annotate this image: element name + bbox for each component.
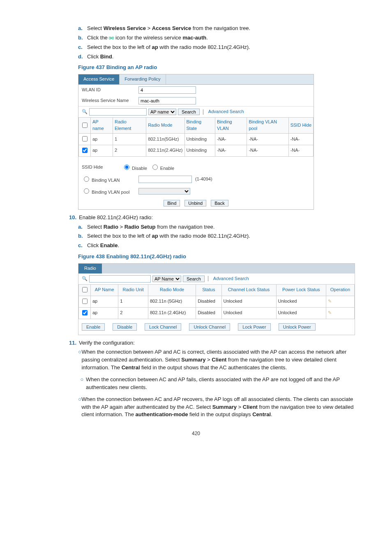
step10-substeps: a. Select Radio > Radio Setup from the n… [78, 223, 359, 250]
row-checkbox[interactable] [82, 310, 88, 315]
lock-power-button[interactable]: Lock Power [238, 323, 270, 331]
bullet-text: When the connection between AC and AP re… [81, 396, 359, 419]
search-input[interactable] [89, 275, 151, 283]
back-button[interactable]: Back [211, 200, 228, 206]
ap-table: AP name Radio Element Radio Mode Binding… [78, 117, 314, 157]
binding-vlan-pool-radio[interactable]: Binding VLAN pool [82, 187, 135, 196]
marker: b. [78, 34, 87, 42]
separator [203, 109, 203, 115]
figure-437: Access Service Forwarding Policy WLAN ID… [78, 74, 314, 209]
marker: d. [78, 53, 87, 61]
bullet-text: When the connection between AP and AC is… [81, 348, 359, 372]
step-number: 10. [63, 214, 79, 222]
search-input[interactable] [89, 108, 147, 116]
radio-table: AP Name Radio Unit Radio Mode Status Cha… [78, 284, 355, 319]
binding-vlan-pool-select[interactable] [138, 188, 190, 195]
col-apname[interactable]: AP Name [91, 284, 118, 296]
search-button[interactable]: Search [178, 109, 200, 115]
text: Select Wireless Service > Access Service… [87, 25, 250, 32]
tabs: Access Service Forwarding Policy [78, 74, 314, 85]
ssid-hide-label: SSID Hide [82, 164, 119, 171]
page-number: 420 [33, 430, 359, 437]
text: Select Radio > Radio Setup from the navi… [87, 223, 214, 231]
button-bar: Bind Unbind Back [78, 197, 314, 209]
search-icon: 🔍 [82, 109, 88, 115]
col-binding-state[interactable]: Binding State [184, 118, 215, 134]
enable-button[interactable]: Enable [82, 323, 105, 331]
marker: c. [78, 242, 87, 250]
table-row: ap 1 802.11n(5GHz) Unbinding -NA- -NA- -… [79, 134, 314, 145]
edit-icon[interactable]: ✎ [326, 307, 354, 319]
link-icon [109, 36, 114, 40]
svcname-input[interactable] [138, 97, 196, 104]
select-all-checkbox[interactable] [82, 123, 88, 128]
text: Select the box to the left of ap with th… [87, 232, 250, 240]
unlock-channel-button[interactable]: Unlock Channel [189, 323, 230, 331]
figure-caption-438: Figure 438 Enabling 802.11n(2.4GHz) radi… [78, 253, 359, 261]
row-checkbox[interactable] [82, 136, 88, 141]
separator [208, 276, 208, 281]
tab-access-service[interactable]: Access Service [78, 74, 120, 84]
col-radio-mode[interactable]: Radio Mode [148, 284, 196, 296]
figure-caption-437: Figure 437 Binding an AP radio [78, 64, 359, 72]
figure-438: Radio 🔍 AP Name Search Advanced Search A… [78, 263, 355, 335]
step-text: Enable 802.11n(2.4GHz) radio: [79, 214, 153, 222]
advanced-search-link[interactable]: Advanced Search [213, 276, 249, 282]
step-number: 11. [63, 339, 79, 347]
tab-forwarding-policy[interactable]: Forwarding Policy [120, 74, 166, 84]
search-icon: 🔍 [82, 276, 88, 282]
col-radio-element[interactable]: Radio Element [113, 118, 146, 134]
col-channel-lock[interactable]: Channel Lock Status [221, 284, 276, 296]
col-status[interactable]: Status [196, 284, 221, 296]
marker: c. [78, 44, 87, 51]
select-all-checkbox[interactable] [82, 287, 88, 292]
col-power-lock[interactable]: Power Lock Status [276, 284, 326, 296]
col-operation[interactable]: Operation [326, 284, 354, 296]
tab-radio[interactable]: Radio [78, 264, 102, 273]
col-radio-unit[interactable]: Radio Unit [118, 284, 148, 296]
col-apname[interactable]: AP name [91, 118, 113, 134]
lock-channel-button[interactable]: Lock Channel [145, 323, 181, 331]
step-11: 11. Verify the configuration: [63, 339, 359, 347]
search-field-select[interactable]: AP name [148, 109, 176, 115]
text: Click the icon for the wireless service … [87, 34, 208, 42]
binding-vlan-radio[interactable]: Binding VLAN [82, 175, 135, 184]
unbind-button[interactable]: Unbind [184, 200, 206, 206]
marker: b. [78, 232, 87, 240]
advanced-search-link[interactable]: Advanced Search [208, 109, 244, 115]
button-bar: Enable Disable Lock Channel Unlock Chann… [78, 319, 355, 335]
step11-bullets: ○ When the connection between AP and AC … [78, 348, 359, 419]
col-binding-vlan[interactable]: Binding VLAN [215, 118, 247, 134]
tabs: Radio [78, 264, 355, 273]
svcname-label: Wireless Service Name [82, 97, 135, 104]
step-10: 10. Enable 802.11n(2.4GHz) radio: [63, 214, 359, 222]
marker: a. [78, 223, 87, 231]
search-field-select[interactable]: AP Name [152, 276, 181, 282]
bind-button[interactable]: Bind [164, 200, 180, 206]
disable-button[interactable]: Disable [113, 323, 137, 331]
binding-vlan-hint: (1-4094) [195, 176, 212, 183]
ssid-enable-radio[interactable]: Enable [150, 163, 174, 172]
wlanid-input[interactable] [138, 86, 196, 94]
table-row: ap 1 802.11n (5GHz) Disabled Unlocked Un… [79, 296, 355, 307]
search-button[interactable]: Search [183, 276, 205, 282]
bullet-text: When the connection between AC and AP fa… [86, 376, 359, 392]
binding-vlan-input[interactable] [138, 176, 192, 183]
col-radio-mode[interactable]: Radio Mode [146, 118, 184, 134]
col-ssid-hide[interactable]: SSID Hide [288, 118, 313, 134]
table-row: ap 2 802.11n (2.4GHz) Disabled Unlocked … [79, 307, 355, 319]
marker: a. [78, 25, 87, 32]
row-checkbox[interactable] [82, 148, 88, 153]
bullet-marker: ○ [78, 348, 81, 372]
edit-icon[interactable]: ✎ [326, 296, 354, 307]
bullet-marker: ○ [78, 376, 86, 392]
step9-substeps: a. Select Wireless Service > Access Serv… [78, 25, 359, 60]
col-binding-vlan-pool[interactable]: Binding VLAN pool [247, 118, 288, 134]
unlock-power-button[interactable]: Unlock Power [279, 323, 316, 331]
ssid-disable-radio[interactable]: Disable [122, 163, 147, 172]
row-checkbox[interactable] [82, 299, 88, 304]
table-row: ap 2 802.11n(2.4GHz) Unbinding -NA- -NA-… [79, 145, 314, 156]
text: Select the box to the left of ap with th… [87, 44, 250, 51]
step-text: Verify the configuration: [79, 339, 135, 347]
wlanid-label: WLAN ID [82, 87, 135, 93]
